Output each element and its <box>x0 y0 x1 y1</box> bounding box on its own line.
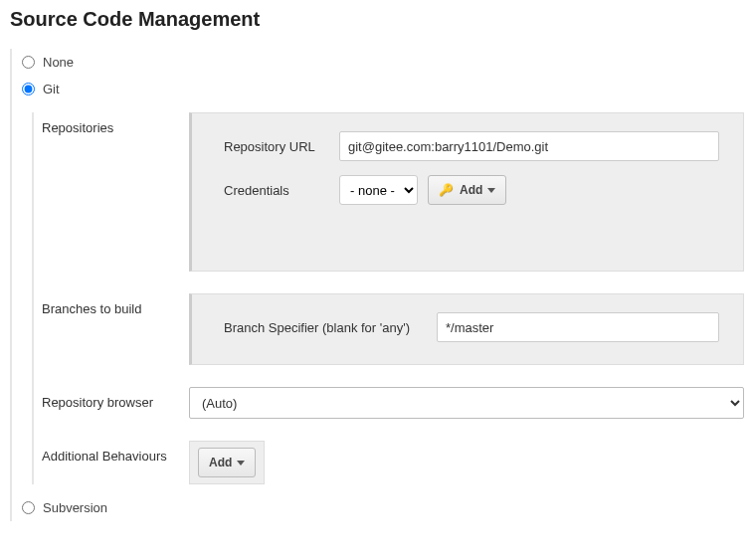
radio-none-label: None <box>43 55 74 70</box>
credentials-line: Credentials - none - 🔑 Add <box>224 175 719 205</box>
repositories-label: Repositories <box>42 112 189 135</box>
scm-options-group: None Git Repositories Repository URL Cre <box>10 49 744 521</box>
repositories-row: Repositories Repository URL Credentials … <box>42 112 744 272</box>
add-credentials-label: Add <box>460 183 482 197</box>
radio-subversion[interactable] <box>22 501 35 514</box>
chevron-down-icon <box>487 188 495 193</box>
branch-specifier-label: Branch Specifier (blank for 'any') <box>224 320 437 335</box>
chevron-down-icon <box>237 461 245 466</box>
repositories-panel: Repository URL Credentials - none - 🔑 <box>189 112 744 272</box>
radio-subversion-label: Subversion <box>43 500 107 515</box>
additional-behaviours-row: Additional Behaviours Add <box>42 441 744 484</box>
branch-specifier-input[interactable] <box>437 312 719 342</box>
scm-option-git[interactable]: Git <box>22 76 744 102</box>
radio-git[interactable] <box>22 83 35 95</box>
scm-option-subversion[interactable]: Subversion <box>22 494 744 521</box>
add-behaviour-label: Add <box>209 456 232 469</box>
branches-label: Branches to build <box>42 293 189 316</box>
additional-behaviours-panel: Add <box>189 441 265 484</box>
repo-browser-select[interactable]: (Auto) <box>189 387 744 419</box>
radio-git-label: Git <box>43 82 60 96</box>
branches-panel: Branch Specifier (blank for 'any') <box>189 293 744 365</box>
radio-none[interactable] <box>22 56 35 69</box>
additional-behaviours-label: Additional Behaviours <box>42 441 189 464</box>
repo-url-line: Repository URL <box>224 131 719 161</box>
repo-browser-label: Repository browser <box>42 387 189 410</box>
repo-url-label: Repository URL <box>224 139 339 154</box>
repo-url-input[interactable] <box>339 131 719 161</box>
branches-row: Branches to build Branch Specifier (blan… <box>42 293 744 365</box>
repo-browser-row: Repository browser (Auto) <box>42 387 744 419</box>
branch-specifier-line: Branch Specifier (blank for 'any') <box>224 312 719 342</box>
section-title: Source Code Management <box>10 8 744 31</box>
key-icon: 🔑 <box>439 183 454 197</box>
scm-option-none[interactable]: None <box>22 49 744 76</box>
credentials-select[interactable]: - none - <box>339 175 418 205</box>
credentials-label: Credentials <box>224 183 339 198</box>
add-credentials-button[interactable]: 🔑 Add <box>428 175 506 205</box>
add-behaviour-button[interactable]: Add <box>198 448 256 477</box>
git-config-body: Repositories Repository URL Credentials … <box>32 112 744 484</box>
